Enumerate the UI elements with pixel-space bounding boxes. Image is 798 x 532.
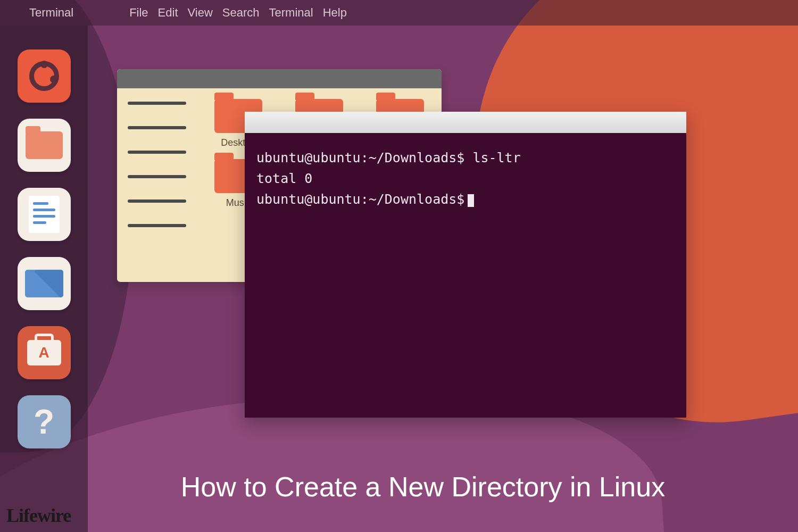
menu-edit[interactable]: Edit (158, 6, 178, 20)
help-icon[interactable]: ? (18, 395, 71, 448)
ubuntu-logo-icon[interactable] (18, 49, 71, 103)
menu-view[interactable]: View (188, 6, 213, 20)
question-glyph: ? (34, 402, 54, 442)
terminal-titlebar[interactable] (245, 112, 686, 133)
terminal-body[interactable]: ubuntu@ubuntu:~/Downloads$ ls-ltr total … (245, 133, 686, 225)
document-glyph (29, 196, 60, 233)
document-icon[interactable] (18, 188, 71, 241)
terminal-cursor (468, 194, 474, 207)
terminal-line: ubuntu@ubuntu:~/Downloads$ ls-ltr (256, 150, 521, 165)
terminal-line: ubuntu@ubuntu:~/Downloads$ (256, 192, 464, 207)
menu-help[interactable]: Help (323, 6, 347, 20)
ubuntu-glyph (29, 61, 59, 91)
terminal-window[interactable]: ubuntu@ubuntu:~/Downloads$ ls-ltr total … (245, 112, 686, 418)
watermark-logo: Lifewire (6, 504, 71, 527)
menu-items: File Edit View Search Terminal Help (129, 6, 347, 20)
page-title: How to Create a New Directory in Linux (0, 471, 798, 503)
files-icon[interactable] (18, 119, 71, 172)
envelope-glyph (25, 270, 63, 297)
menu-file[interactable]: File (129, 6, 148, 20)
mail-icon[interactable] (18, 257, 71, 310)
top-menu-bar: Terminal File Edit View Search Terminal … (0, 0, 798, 26)
menu-search[interactable]: Search (222, 6, 260, 20)
window-titlebar[interactable] (117, 69, 442, 88)
file-manager-sidebar (117, 88, 197, 282)
briefcase-glyph (27, 340, 61, 365)
terminal-line: total 0 (256, 171, 312, 186)
app-name: Terminal (29, 6, 73, 20)
menu-terminal[interactable]: Terminal (269, 6, 313, 20)
launcher-dock: ? (0, 26, 88, 532)
software-center-icon[interactable] (18, 326, 71, 379)
folder-glyph (26, 131, 63, 159)
